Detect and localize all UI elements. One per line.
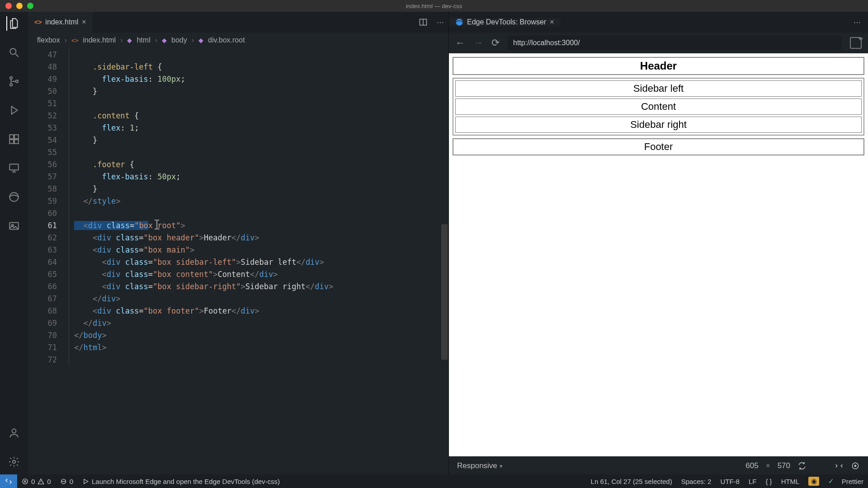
devtools-tab-label: Edge DevTools: Browser xyxy=(467,18,546,26)
responsive-mode[interactable]: Responsive ▾ xyxy=(457,461,503,470)
back-button[interactable]: ← xyxy=(455,37,465,49)
remote-explorer-icon[interactable] xyxy=(7,161,21,175)
devtools-panel: Edge DevTools: Browser × ⋯ ← → ⟳ http://… xyxy=(448,12,868,474)
scrollbar[interactable] xyxy=(440,48,448,474)
activity-bar xyxy=(0,12,28,474)
preview-main: Sidebar left Content Sidebar right xyxy=(453,78,864,136)
open-external-icon[interactable] xyxy=(850,37,862,49)
chevron-right-icon: › xyxy=(155,36,157,44)
symbol-icon: ◆ xyxy=(162,37,167,44)
traffic-close[interactable] xyxy=(5,3,12,9)
tab-edge-devtools[interactable]: Edge DevTools: Browser × xyxy=(449,18,561,26)
prettier-status[interactable]: ✓ Prettier xyxy=(824,477,868,485)
edge-icon xyxy=(455,18,463,26)
devtools-footer: Responsive ▾ 605 × 570 xyxy=(449,456,868,474)
rotate-icon[interactable] xyxy=(797,461,807,470)
errors-count[interactable]: 0 0 xyxy=(17,478,56,485)
traffic-zoom[interactable] xyxy=(27,3,33,9)
eol[interactable]: LF xyxy=(744,478,761,485)
tab-close-icon[interactable]: × xyxy=(82,18,86,26)
notifications-bell-icon[interactable]: ◉ xyxy=(804,477,824,486)
svg-rect-9 xyxy=(14,140,19,144)
more-actions-icon[interactable]: ⋯ xyxy=(432,12,448,33)
svg-rect-6 xyxy=(9,135,14,139)
tab-label: index.html xyxy=(45,18,78,26)
image-preview-icon[interactable] xyxy=(7,219,21,233)
preview-header: Header xyxy=(453,57,864,75)
html-file-icon: <> xyxy=(34,19,42,26)
svg-rect-8 xyxy=(9,140,14,144)
lang-brackets-icon[interactable]: { } xyxy=(761,478,776,485)
code-editor[interactable]: 4748495051525354555657585960616263646566… xyxy=(28,48,448,474)
preview-sidebar-right: Sidebar right xyxy=(455,117,862,133)
breadcrumb-file[interactable]: index.html xyxy=(83,36,116,44)
editor-group: <> index.html × ⋯ flexbox › <> index.htm… xyxy=(28,12,448,474)
html-file-icon: <> xyxy=(71,37,78,44)
remote-indicator[interactable] xyxy=(0,474,17,488)
reload-button[interactable]: ⟳ xyxy=(491,37,500,49)
svg-point-22 xyxy=(854,465,856,466)
more-actions-icon[interactable]: ⋯ xyxy=(846,18,868,27)
ports-count[interactable]: 0 xyxy=(56,478,78,485)
preview-footer: Footer xyxy=(453,138,864,155)
breadcrumb-folder[interactable]: flexbox xyxy=(37,36,60,44)
code-text[interactable]: .sidebar-left { flex-basis: 100px; } .co… xyxy=(63,48,448,474)
dimension-x-icon: × xyxy=(766,461,770,470)
window-title: index.html — dev-css xyxy=(406,3,462,9)
tab-index-html[interactable]: <> index.html × xyxy=(28,12,93,33)
tab-close-icon[interactable]: × xyxy=(550,18,554,26)
svg-point-20 xyxy=(456,19,463,26)
split-editor-icon[interactable] xyxy=(414,12,432,33)
breadcrumb-symbol[interactable]: body xyxy=(171,36,187,44)
viewport-width[interactable]: 605 xyxy=(745,461,758,470)
chevron-right-icon: › xyxy=(65,36,67,44)
chevron-right-icon: › xyxy=(120,36,123,44)
titlebar: index.html — dev-css xyxy=(0,0,868,12)
run-debug-icon[interactable] xyxy=(7,103,21,117)
text-cursor-icon xyxy=(154,220,160,230)
svg-point-2 xyxy=(10,77,12,79)
indent-setting[interactable]: Spaces: 2 xyxy=(677,478,716,485)
svg-line-1 xyxy=(15,54,19,57)
forward-button[interactable]: → xyxy=(473,37,483,49)
svg-point-13 xyxy=(9,192,19,202)
screencast-icon[interactable] xyxy=(835,461,844,470)
svg-point-3 xyxy=(10,84,12,86)
extensions-icon[interactable] xyxy=(7,132,21,146)
preview-content: Content xyxy=(455,99,862,115)
svg-marker-29 xyxy=(84,479,88,483)
svg-point-16 xyxy=(12,429,16,433)
browser-toolbar: ← → ⟳ http://localhost:3000/ xyxy=(449,33,868,53)
breadcrumb-symbol[interactable]: html xyxy=(137,36,150,44)
svg-rect-7 xyxy=(14,135,19,139)
symbol-icon: ◆ xyxy=(198,37,203,44)
source-control-icon[interactable] xyxy=(7,74,21,89)
encoding[interactable]: UTF-8 xyxy=(716,478,744,485)
account-icon[interactable] xyxy=(7,426,21,440)
preview-sidebar-left: Sidebar left xyxy=(455,80,862,97)
edge-tools-icon[interactable] xyxy=(7,190,21,204)
svg-point-0 xyxy=(10,48,16,54)
settings-gear-icon[interactable] xyxy=(7,455,21,469)
url-input[interactable]: http://localhost:3000/ xyxy=(508,36,842,50)
scrollbar-thumb[interactable] xyxy=(441,224,448,360)
language-mode[interactable]: HTML xyxy=(777,478,804,485)
search-icon[interactable] xyxy=(7,45,21,60)
url-text: http://localhost:3000/ xyxy=(513,39,580,47)
launch-edge-button[interactable]: Launch Microsoft Edge and open the Edge … xyxy=(78,478,284,485)
cursor-position[interactable]: Ln 61, Col 27 (25 selected) xyxy=(586,478,677,485)
editor-tabbar: <> index.html × ⋯ xyxy=(28,12,448,33)
svg-point-4 xyxy=(16,80,18,82)
page-preview: Header Sidebar left Content Sidebar righ… xyxy=(449,53,868,456)
inspect-icon[interactable] xyxy=(851,461,860,470)
status-bar: 0 0 0 Launch Microsoft Edge and open the… xyxy=(0,474,868,488)
svg-rect-10 xyxy=(9,164,19,170)
svg-point-17 xyxy=(13,460,16,464)
traffic-minimize[interactable] xyxy=(16,3,23,9)
devtools-tabbar: Edge DevTools: Browser × ⋯ xyxy=(449,12,868,33)
breadcrumb-symbol[interactable]: div.box.root xyxy=(208,36,245,44)
svg-marker-5 xyxy=(12,106,18,114)
files-icon[interactable] xyxy=(6,16,21,31)
viewport-height[interactable]: 570 xyxy=(778,461,790,470)
breadcrumbs[interactable]: flexbox › <> index.html › ◆ html › ◆ bod… xyxy=(28,33,448,48)
